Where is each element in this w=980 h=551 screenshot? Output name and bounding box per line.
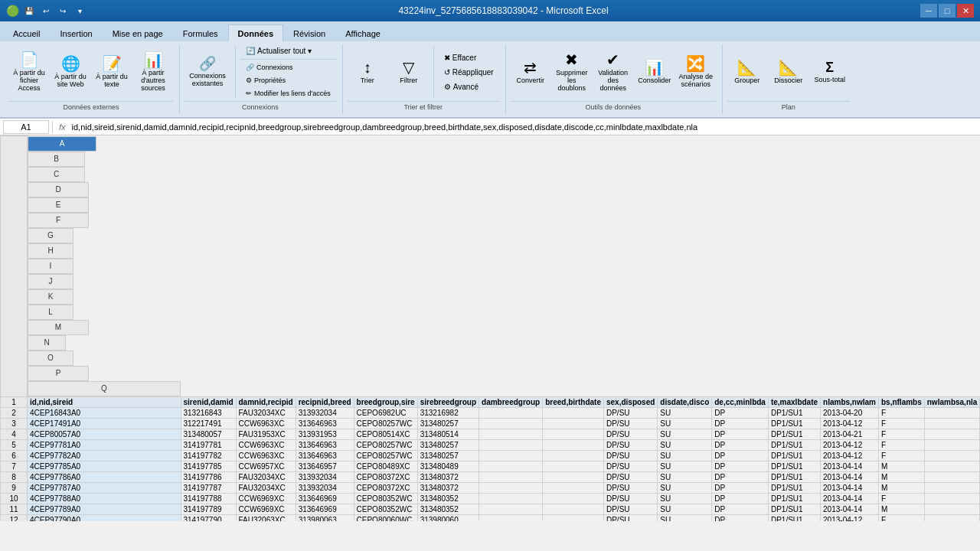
col-header-G[interactable]: G xyxy=(28,228,74,243)
cell[interactable]: DP/SU xyxy=(603,450,657,461)
cell[interactable]: 313980063 xyxy=(296,514,354,521)
cell[interactable]: M xyxy=(878,482,924,493)
cell[interactable]: 313480257 xyxy=(417,439,479,450)
cell[interactable]: 313646957 xyxy=(296,461,354,471)
cell[interactable]: 2013-04-21 xyxy=(821,429,879,439)
tab-donnees[interactable]: Données xyxy=(228,24,283,41)
col-header-F[interactable]: F xyxy=(28,213,89,228)
col-header-I[interactable]: I xyxy=(28,259,74,274)
cell[interactable]: F xyxy=(878,450,924,461)
cell[interactable]: 314197788 xyxy=(181,493,236,504)
cell[interactable]: 313646963 xyxy=(296,418,354,429)
cell[interactable]: 313480352 xyxy=(417,493,479,504)
cell[interactable]: DP/SU xyxy=(603,461,657,471)
cell[interactable]: 313646969 xyxy=(296,493,354,504)
cell[interactable]: F xyxy=(878,514,924,521)
cell[interactable] xyxy=(543,407,604,418)
cell[interactable]: 2013-04-12 xyxy=(821,418,879,429)
cell[interactable]: CEPO6982UC xyxy=(354,407,417,418)
cell[interactable] xyxy=(543,471,604,482)
cell[interactable]: 313980060 xyxy=(417,514,479,521)
cell[interactable] xyxy=(543,461,604,471)
minimize-button[interactable]: ─ xyxy=(920,4,937,18)
cell[interactable]: sirebreedgroup xyxy=(417,396,479,407)
advanced-button[interactable]: ⚙ Avancé xyxy=(439,80,499,93)
cell[interactable]: DP1/SU1 xyxy=(768,429,820,439)
cell[interactable]: CEPO80352WC xyxy=(354,493,417,504)
cell[interactable]: 313480372 xyxy=(417,471,479,482)
cell[interactable]: CEPO80257WC xyxy=(354,439,417,450)
cell[interactable]: SU xyxy=(658,482,712,493)
cell[interactable]: FAU31953XC xyxy=(236,429,296,439)
subtotal-button[interactable]: Σ Sous-total xyxy=(810,51,850,93)
tab-affichage[interactable]: Affichage xyxy=(335,24,390,41)
cell[interactable]: 313646963 xyxy=(296,450,354,461)
cell[interactable]: 4CEP97782A0 xyxy=(28,450,181,461)
cell[interactable]: 2013-04-20 xyxy=(821,407,879,418)
cell[interactable]: FAU32063XC xyxy=(236,514,296,521)
cell-reference-input[interactable]: A1 xyxy=(3,120,49,134)
filter-button[interactable]: ▽ Filtrer xyxy=(389,51,429,93)
cell[interactable] xyxy=(479,461,543,471)
cell[interactable] xyxy=(924,514,980,521)
cell[interactable]: 314197786 xyxy=(181,471,236,482)
cell[interactable]: 4CEP97789A0 xyxy=(28,504,181,514)
cell[interactable]: de,cc,minlbda xyxy=(712,396,769,407)
from-text-button[interactable]: 📝 À partir dutexte xyxy=(92,51,132,93)
cell[interactable]: te,maxlbdate xyxy=(768,396,820,407)
cell[interactable]: F xyxy=(878,407,924,418)
cell[interactable]: CCW6963XC xyxy=(236,418,296,429)
cell[interactable] xyxy=(479,407,543,418)
col-header-L[interactable]: L xyxy=(28,305,74,320)
cell[interactable]: DP1/SU1 xyxy=(768,493,820,504)
cell[interactable]: DP/SU xyxy=(603,514,657,521)
cell[interactable]: 4CEP97787A0 xyxy=(28,482,181,493)
col-header-Q[interactable]: Q xyxy=(28,381,181,396)
scenarios-button[interactable]: 🔀 Analyse descénarios xyxy=(676,51,716,93)
cell[interactable]: F xyxy=(878,429,924,439)
cell[interactable]: DP xyxy=(712,461,769,471)
cell[interactable]: 4CEP17491A0 xyxy=(28,418,181,429)
cell[interactable]: DP1/SU1 xyxy=(768,482,820,493)
cell[interactable]: SU xyxy=(658,429,712,439)
col-header-P[interactable]: P xyxy=(28,366,89,381)
consolidate-button[interactable]: 📊 Consolider xyxy=(635,51,675,93)
cell[interactable]: FAU32034XC xyxy=(236,482,296,493)
cell[interactable]: SU xyxy=(658,514,712,521)
cell[interactable] xyxy=(543,418,604,429)
group-button[interactable]: 📐 Grouper xyxy=(727,51,767,93)
cell[interactable] xyxy=(479,450,543,461)
col-header-M[interactable]: M xyxy=(28,320,89,335)
cell[interactable]: 313932034 xyxy=(296,407,354,418)
cell[interactable]: disdate,disco xyxy=(658,396,712,407)
cell[interactable]: 313931953 xyxy=(296,429,354,439)
col-header-A[interactable]: A xyxy=(28,136,96,152)
col-header-D[interactable]: D xyxy=(28,182,89,197)
cell[interactable]: DP/SU xyxy=(603,482,657,493)
cell[interactable]: 2013-04-14 xyxy=(821,471,879,482)
from-other-sources-button[interactable]: 📊 À partir d'autressources xyxy=(133,51,173,93)
cell[interactable]: DP1/SU1 xyxy=(768,439,820,450)
cell[interactable]: 313480352 xyxy=(417,504,479,514)
cell[interactable]: DP xyxy=(712,504,769,514)
cell[interactable]: 4CEP16843A0 xyxy=(28,407,181,418)
cell[interactable]: 313480514 xyxy=(417,429,479,439)
cell[interactable]: CEPO80372XC xyxy=(354,482,417,493)
cell[interactable]: SU xyxy=(658,407,712,418)
cell[interactable]: DP1/SU1 xyxy=(768,471,820,482)
tab-mise-en-page[interactable]: Mise en page xyxy=(103,24,173,41)
cell[interactable] xyxy=(924,482,980,493)
redo-button[interactable]: ↪ xyxy=(56,4,70,18)
cell[interactable] xyxy=(479,514,543,521)
col-header-C[interactable]: C xyxy=(28,167,85,182)
cell[interactable]: 313480372 xyxy=(417,482,479,493)
cell[interactable]: SU xyxy=(658,504,712,514)
cell[interactable] xyxy=(479,429,543,439)
cell[interactable]: bs,nflambs xyxy=(878,396,924,407)
cell[interactable]: 4CEP97781A0 xyxy=(28,439,181,450)
connections-button[interactable]: 🔗 Connexions xyxy=(240,61,336,73)
cell[interactable]: 2013-04-14 xyxy=(821,493,879,504)
cell[interactable] xyxy=(479,439,543,450)
cell[interactable]: CEPO80514XC xyxy=(354,429,417,439)
col-header-E[interactable]: E xyxy=(28,197,89,213)
